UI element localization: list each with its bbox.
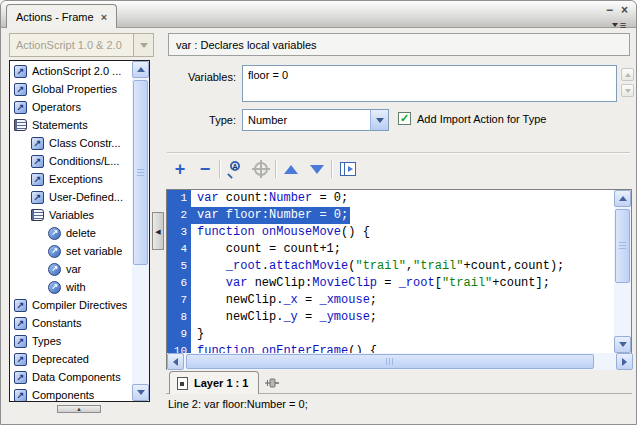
tree-item-global-properties[interactable]: ↗Global Properties <box>10 80 132 98</box>
category-closed-icon: ↗ <box>31 155 44 168</box>
script-lines[interactable]: 1var count:Number = 0;2var floor:Number … <box>167 190 614 353</box>
code-line-3[interactable]: 3function onMouseMove() { <box>167 224 614 241</box>
tree-item-deprecated[interactable]: ↗Deprecated <box>10 350 132 368</box>
delete-item-icon: − <box>200 160 211 178</box>
code-line-8[interactable]: 8 newClip._y = _ymouse; <box>167 309 614 326</box>
add-item-button[interactable]: + <box>169 157 191 181</box>
tree-item-operators[interactable]: ↗Operators <box>10 98 132 116</box>
category-closed-icon: ↗ <box>14 101 27 114</box>
combo-dropdown-button[interactable] <box>370 110 388 130</box>
scroll-right-button[interactable] <box>616 353 633 370</box>
type-combobox[interactable]: Number <box>242 109 389 131</box>
variables-scroll-up-button[interactable] <box>621 68 634 81</box>
tree-item-set-variable[interactable]: ↗set variable <box>10 242 132 260</box>
scrollbar-thumb[interactable] <box>133 80 148 265</box>
tree-item-statements[interactable]: Statements <box>10 116 132 134</box>
script-vertical-scrollbar[interactable] <box>614 190 631 353</box>
move-up-button[interactable] <box>280 157 302 181</box>
tree-item-label: Deprecated <box>32 353 89 365</box>
toolbox-scrollbar[interactable] <box>132 61 149 401</box>
panel-tab-actions-frame[interactable]: Actions - Frame × <box>6 4 117 28</box>
menu-bars-icon: ≡ <box>620 19 626 31</box>
tree-item-actionscript-2-0[interactable]: ↗ActionScript 2.0 ... <box>10 62 132 80</box>
tree-item-label: Data Components <box>32 371 121 383</box>
code-line-1[interactable]: 1var count:Number = 0; <box>167 190 614 207</box>
tab-close-icon[interactable]: × <box>101 11 107 23</box>
minimize-button[interactable]: − <box>606 3 613 17</box>
category-closed-icon: ↗ <box>14 335 27 348</box>
insert-target-path-button[interactable] <box>250 157 272 181</box>
line-number: 4 <box>167 241 191 258</box>
panel-options-menu-button[interactable]: ≡ <box>607 18 631 32</box>
add-import-checkbox-label[interactable]: Add Import Action for Type <box>417 113 546 125</box>
code-line-9[interactable]: 9} <box>167 326 614 343</box>
add-import-checkbox[interactable]: ✓ <box>398 112 411 125</box>
code-text: var floor:Number = 0; <box>191 207 350 224</box>
pin-current-script-button[interactable] <box>263 375 281 390</box>
line-number: 2 <box>167 207 191 224</box>
toolbar-separator <box>219 160 221 178</box>
tree-item-variables[interactable]: Variables <box>10 206 132 224</box>
find-button[interactable]: A <box>224 157 246 181</box>
code-line-2[interactable]: 2var floor:Number = 0; <box>167 207 614 224</box>
tree-item-label: Operators <box>32 101 81 113</box>
tree-item-label: Constants <box>32 317 82 329</box>
code-line-5[interactable]: 5 _root.attachMovie("trail","trail"+coun… <box>167 258 614 275</box>
action-description-header: var : Declares local variables <box>168 33 630 56</box>
close-button[interactable]: × <box>621 3 628 17</box>
category-open-icon <box>14 119 27 131</box>
move-down-button[interactable] <box>306 157 328 181</box>
tree-item-components[interactable]: ↗Components <box>10 386 132 401</box>
panel-tab-strip: Actions - Frame × − × <box>1 1 636 28</box>
script-horizontal-scrollbar[interactable] <box>167 353 633 370</box>
category-closed-icon: ↗ <box>31 173 44 186</box>
code-line-4[interactable]: 4 count = count+1; <box>167 241 614 258</box>
actions-panel-window: Actions - Frame × − × ≡ ActionScript 1.0… <box>0 0 637 425</box>
code-text: function onMouseMove() { <box>191 224 370 241</box>
scroll-up-button[interactable] <box>132 61 149 78</box>
tree-item-compiler-directives[interactable]: ↗Compiler Directives <box>10 296 132 314</box>
scroll-down-button[interactable] <box>614 336 631 353</box>
scrollbar-thumb[interactable] <box>615 209 630 283</box>
script-language-value: ActionScript 1.0 & 2.0 <box>10 39 133 51</box>
tree-item-user-defined[interactable]: ↗User-Defined... <box>10 188 132 206</box>
tree-item-label: with <box>66 281 86 293</box>
category-closed-icon: ↗ <box>31 191 44 204</box>
scrollbar-thumb[interactable] <box>186 354 594 369</box>
collapse-left-icon: ◀ <box>155 228 160 235</box>
code-text: var count:Number = 0; <box>191 190 348 207</box>
tree-item-types[interactable]: ↗Types <box>10 332 132 350</box>
pin-script-button[interactable] <box>337 157 359 181</box>
add-item-icon: + <box>175 160 186 178</box>
tree-item-var[interactable]: ↗var <box>10 260 132 278</box>
tree-item-constants[interactable]: ↗Constants <box>10 314 132 332</box>
script-tab-layer1[interactable]: Layer 1 : 1 <box>169 371 259 394</box>
scroll-up-button[interactable] <box>614 190 631 207</box>
toolbar-separator <box>331 160 333 178</box>
menu-arrow-icon <box>612 23 618 27</box>
variables-scroll-down-button[interactable] <box>621 84 634 97</box>
collapse-toolbox-button[interactable]: ◀ <box>152 212 164 250</box>
code-text: newClip._x = _xmouse; <box>191 292 377 309</box>
code-line-10[interactable]: 10function onEnterFrame() { <box>167 343 614 353</box>
code-line-6[interactable]: 6 var newClip:MovieClip = _root["trail"+… <box>167 275 614 292</box>
tree-item-with[interactable]: ↗with <box>10 278 132 296</box>
bottom-splitter-button[interactable]: ▲ <box>57 405 101 413</box>
tree-item-class-constr[interactable]: ↗Class Constr... <box>10 134 132 152</box>
category-open-icon <box>31 209 44 221</box>
script-document-icon <box>177 377 188 390</box>
scroll-down-button[interactable] <box>132 384 149 401</box>
move-up-icon <box>284 165 298 174</box>
delete-item-button[interactable]: − <box>194 157 216 181</box>
tree-item-exceptions[interactable]: ↗Exceptions <box>10 170 132 188</box>
tree-item-label: ActionScript 2.0 ... <box>32 65 121 77</box>
tree-item-delete[interactable]: ↗delete <box>10 224 132 242</box>
tree-item-data-components[interactable]: ↗Data Components <box>10 368 132 386</box>
scroll-left-button[interactable] <box>167 353 184 370</box>
code-line-7[interactable]: 7 newClip._x = _xmouse; <box>167 292 614 309</box>
tree-item-label: Conditions/L... <box>49 155 119 167</box>
tree-item-conditions-l[interactable]: ↗Conditions/L... <box>10 152 132 170</box>
code-text: function onEnterFrame() { <box>191 343 377 353</box>
check-icon: ✓ <box>400 113 409 124</box>
variables-input[interactable] <box>242 65 617 102</box>
